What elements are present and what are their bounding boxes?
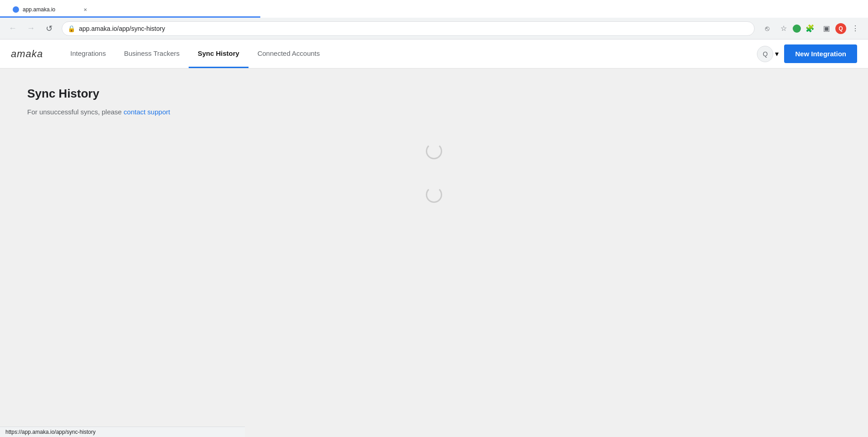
status-bar-url: https://app.amaka.io/app/sync-history bbox=[5, 429, 96, 435]
user-avatar[interactable]: Q bbox=[757, 46, 773, 62]
reload-button[interactable]: ↺ bbox=[42, 21, 56, 36]
nav-label-connected-accounts: Connected Accounts bbox=[258, 49, 320, 57]
status-bar: https://app.amaka.io/app/sync-history bbox=[0, 427, 245, 437]
green-dot-icon bbox=[793, 25, 801, 33]
user-initial: Q bbox=[763, 50, 768, 58]
back-icon: ← bbox=[9, 24, 17, 33]
contact-support-link[interactable]: contact support bbox=[124, 108, 171, 116]
address-bar[interactable]: 🔒 app.amaka.io/app/sync-history bbox=[62, 21, 755, 36]
chrome-avatar-initial: Q bbox=[839, 25, 843, 32]
sidebar-icon: ▣ bbox=[823, 24, 830, 33]
nav-item-business-trackers[interactable]: Business Trackers bbox=[115, 39, 189, 68]
tab-bar: app.amaka.io ✕ bbox=[0, 0, 868, 16]
loading-spinner-2 bbox=[426, 187, 442, 203]
app-nav: Integrations Business Trackers Sync Hist… bbox=[61, 39, 757, 68]
new-integration-label: New Integration bbox=[795, 50, 846, 58]
loading-spinner-1 bbox=[426, 143, 442, 159]
url-text: app.amaka.io/app/sync-history bbox=[79, 25, 749, 32]
new-integration-button[interactable]: New Integration bbox=[784, 44, 857, 63]
nav-item-sync-history[interactable]: Sync History bbox=[189, 39, 249, 68]
user-dropdown[interactable]: Q ▾ bbox=[757, 46, 779, 62]
chevron-down-icon: ▾ bbox=[775, 49, 779, 58]
progress-bar bbox=[0, 16, 260, 18]
tab-title: app.amaka.io bbox=[23, 6, 78, 13]
loading-area bbox=[27, 143, 841, 203]
app-logo: amaka bbox=[11, 48, 43, 60]
main-content: Sync History For unsuccessful syncs, ple… bbox=[0, 69, 868, 437]
lock-icon: 🔒 bbox=[68, 25, 75, 32]
nav-label-business-trackers: Business Trackers bbox=[124, 49, 180, 57]
back-button[interactable]: ← bbox=[5, 21, 20, 36]
star-icon: ☆ bbox=[780, 24, 787, 33]
share-icon: ⎋ bbox=[765, 25, 770, 33]
page-subtitle: For unsuccessful syncs, please contact s… bbox=[27, 108, 841, 116]
reload-icon: ↺ bbox=[46, 24, 53, 34]
tab-favicon bbox=[13, 6, 19, 13]
nav-item-connected-accounts[interactable]: Connected Accounts bbox=[249, 39, 329, 68]
progress-bar-container bbox=[0, 16, 868, 18]
browser-chrome: app.amaka.io ✕ ← → ↺ 🔒 app.amaka.io/app/… bbox=[0, 0, 868, 39]
bookmark-button[interactable]: ☆ bbox=[776, 21, 791, 36]
header-right: Q ▾ New Integration bbox=[757, 44, 857, 63]
nav-label-integrations: Integrations bbox=[70, 49, 106, 57]
page-title: Sync History bbox=[27, 87, 841, 101]
chrome-user-avatar[interactable]: Q bbox=[835, 23, 846, 34]
browser-tab[interactable]: app.amaka.io ✕ bbox=[5, 3, 96, 16]
forward-button[interactable]: → bbox=[24, 21, 38, 36]
share-button[interactable]: ⎋ bbox=[760, 21, 775, 36]
extension-icon: 🧩 bbox=[805, 24, 814, 33]
tab-close-icon[interactable]: ✕ bbox=[82, 6, 89, 13]
forward-icon: → bbox=[27, 24, 35, 33]
subtitle-prefix-text: For unsuccessful syncs, please bbox=[27, 108, 124, 116]
nav-item-integrations[interactable]: Integrations bbox=[61, 39, 115, 68]
logo-text: amaka bbox=[11, 48, 43, 59]
more-icon: ⋮ bbox=[852, 24, 859, 33]
nav-label-sync-history: Sync History bbox=[198, 49, 239, 57]
toolbar-actions: ⎋ ☆ 🧩 ▣ Q ⋮ bbox=[760, 21, 863, 36]
chrome-more-button[interactable]: ⋮ bbox=[848, 21, 863, 36]
sidebar-button[interactable]: ▣ bbox=[819, 21, 834, 36]
extension-button[interactable]: 🧩 bbox=[803, 21, 817, 36]
app-header: amaka Integrations Business Trackers Syn… bbox=[0, 39, 868, 69]
browser-toolbar: ← → ↺ 🔒 app.amaka.io/app/sync-history ⎋ … bbox=[0, 18, 868, 39]
